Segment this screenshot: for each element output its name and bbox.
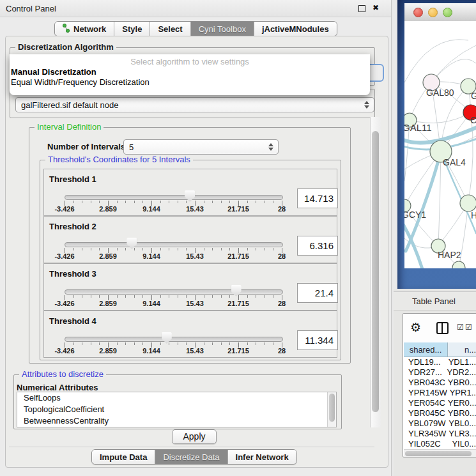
table-row[interactable]: YBR043CYBR0... (404, 378, 476, 388)
mode-tab-infer-network[interactable]: Infer Network (228, 450, 296, 464)
tick-mark (73, 295, 74, 298)
threshold-value-field-4[interactable]: 11.344 (297, 330, 338, 350)
slider-track-threshold-2[interactable] (65, 242, 283, 247)
checkbox-icon[interactable]: ☑ (457, 323, 464, 332)
numerical-attributes-label: Numerical Attributes (17, 383, 98, 392)
number-of-intervals-value: 5 (129, 142, 134, 152)
attributes-scrollbar-thumb[interactable] (329, 394, 335, 422)
tab-style[interactable]: Style (114, 22, 150, 36)
table-row[interactable]: YDL19...YDL1... (404, 357, 476, 367)
combo-stepper-icon[interactable] (364, 101, 369, 109)
tick-mark (91, 248, 91, 250)
network-node-H-node[interactable] (460, 195, 476, 211)
tick-mark (73, 201, 74, 203)
mode-tab-label: Infer Network (236, 452, 289, 462)
tick-mark (273, 342, 273, 345)
tick-mark (204, 248, 204, 250)
node-table[interactable]: shared... n... YDL19...YDL1...YDR27...YD… (404, 342, 476, 449)
tick-mark (82, 201, 82, 203)
table-row[interactable]: YBL079WYBL0... (404, 418, 476, 429)
network-node-bottom-node[interactable] (452, 261, 465, 268)
zoom-traffic-light[interactable] (443, 8, 452, 17)
slider-scale-labels: -3.4262.8599.14415.4321.71528 (65, 205, 282, 213)
panel-scrollbar[interactable] (370, 117, 381, 427)
slider-scale-labels: -3.4262.8599.14415.4321.71528 (65, 252, 282, 260)
thresholds-group-title: Threshold's Coordinates for 5 Intervals (45, 155, 193, 164)
tick-mark (221, 295, 222, 298)
popup-option-equal-width-frequency[interactable]: Equal Width/Frequency Discretization (11, 77, 150, 87)
scale-label: 28 (278, 205, 286, 213)
threshold-label: Threshold 1 (49, 174, 96, 184)
tick-mark (204, 342, 204, 345)
checkbox-icon[interactable]: ☑ (465, 323, 472, 332)
table-horizontal-scrollbar[interactable] (404, 449, 476, 457)
tick-mark (247, 248, 248, 250)
desktop-background: Control Panel ✖ NetworkStyleSelectCyni T… (0, 0, 476, 476)
threshold-value-field-3[interactable]: 21.4 (297, 283, 338, 303)
close-icon[interactable]: ✖ (372, 3, 379, 12)
network-edge (410, 112, 471, 123)
mode-tab-discretize-data[interactable]: Discretize Data (155, 450, 227, 464)
column-header-name[interactable]: n... (448, 342, 476, 357)
tick-mark (256, 201, 256, 203)
list-item-betweennesscentrality[interactable]: BetweennessCentrality (17, 415, 336, 427)
slider-track-threshold-3[interactable] (65, 289, 283, 295)
table-row[interactable]: YER054CYER0... (404, 398, 476, 408)
tick-mark (273, 201, 273, 203)
tab-network[interactable]: Network (55, 22, 114, 36)
network-edge (431, 45, 476, 82)
tab-cyni-toolbox[interactable]: Cyni Toolbox (191, 22, 254, 36)
tick-mark (134, 342, 135, 345)
panel-scrollbar-thumb[interactable] (372, 131, 379, 412)
scale-label: 28 (278, 347, 286, 355)
minimize-traffic-light[interactable] (428, 8, 438, 17)
gear-icon[interactable]: ⚙ (410, 320, 421, 335)
popup-option-manual-discretization[interactable]: Manual Discretization (11, 67, 96, 77)
slider-track-threshold-4[interactable] (65, 337, 283, 342)
intervals-stepper-icon[interactable] (268, 143, 273, 151)
tab-jactivemnodules[interactable]: jActiveMNodules (254, 22, 337, 36)
attributes-scrollbar[interactable] (327, 392, 336, 427)
tab-segments: NetworkStyleSelectCyni ToolboxjActiveMNo… (54, 21, 337, 36)
mode-tab-impute-data[interactable]: Impute Data (92, 450, 155, 464)
network-window-titlebar[interactable] (404, 3, 476, 22)
threshold-value-field-2[interactable]: 6.316 (297, 236, 338, 256)
table-data-combo[interactable]: galFiltered.sif default node (15, 97, 374, 112)
tick-mark (212, 342, 213, 345)
column-header-shared-name[interactable]: shared... (404, 342, 448, 357)
threshold-label: Threshold 4 (49, 316, 96, 326)
discretization-algorithm-group-title: Discretization Algorithm (15, 43, 116, 52)
scale-label: 28 (278, 252, 286, 260)
tick-mark (91, 201, 91, 203)
slider-track-threshold-1[interactable] (65, 195, 283, 200)
number-of-intervals-combo[interactable]: 5 (123, 139, 279, 155)
table-row[interactable]: YLR345WYLR3... (404, 429, 476, 439)
table-row[interactable]: YPR145WYPR1... (404, 388, 476, 398)
split-view-icon[interactable] (436, 322, 449, 334)
panel-divider (9, 447, 374, 447)
list-item-selfloops[interactable]: SelfLoops (17, 392, 336, 404)
cyni-mode-tab-bar: Impute DataDiscretize DataInfer Network (91, 449, 297, 464)
table-row[interactable]: YBR045CYBR0... (404, 408, 476, 418)
close-traffic-light[interactable] (413, 8, 423, 17)
network-graph[interactable]: GAL80GACGAL11GAL4GCY1HHAP2 (404, 21, 476, 268)
float-window-icon[interactable] (358, 5, 365, 12)
table-data-combo-value: galFiltered.sif default node (21, 100, 118, 110)
table-toolbar: ⚙ ☑ ☑ (403, 314, 476, 342)
tab-label: Cyni Toolbox (199, 24, 246, 34)
tick-mark (265, 342, 265, 345)
cell-shared-name: YBR045C (404, 408, 445, 418)
numerical-attributes-list[interactable]: SelfLoopsTopologicalCoefficientBetweenne… (17, 392, 337, 427)
cell-shared-name: YER054C (404, 398, 445, 408)
threshold-value-field-1[interactable]: 14.713 (297, 188, 338, 208)
tick-mark (99, 342, 100, 345)
list-item-topologicalcoefficient[interactable]: TopologicalCoefficient (17, 404, 336, 415)
threshold-panel-3: Threshold 3-3.4262.8599.14415.4321.71528… (43, 263, 337, 311)
network-canvas[interactable]: GAL80GACGAL11GAL4GCY1HHAP2 (404, 21, 476, 268)
table-hscrollbar-thumb[interactable] (405, 451, 472, 456)
apply-button[interactable]: Apply (172, 429, 217, 444)
table-row[interactable]: YIL052CYIL0... (404, 439, 476, 449)
node-label-C: C (470, 115, 476, 125)
tab-select[interactable]: Select (150, 22, 190, 36)
table-row[interactable]: YDR27...YDR2... (404, 367, 476, 378)
